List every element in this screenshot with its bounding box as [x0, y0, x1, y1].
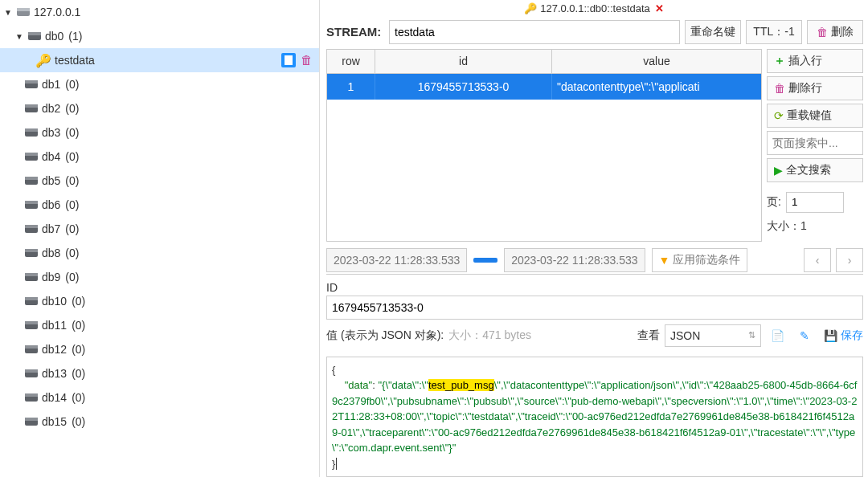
key-icon: 🔑: [35, 53, 51, 68]
svg-rect-29: [25, 369, 38, 373]
tab-title[interactable]: 127.0.0.1::db0::testdata: [540, 2, 650, 14]
tree-db[interactable]: db7(0): [0, 217, 319, 241]
svg-rect-3: [28, 32, 41, 35]
db-label: db15: [42, 415, 67, 428]
tree-db[interactable]: db1(0): [0, 72, 319, 96]
svg-rect-27: [25, 345, 38, 349]
tree-db0[interactable]: ▼ db0 (1): [0, 24, 319, 48]
database-icon: [24, 248, 39, 258]
svg-rect-17: [25, 225, 38, 228]
db-count: (0): [72, 415, 85, 428]
tree-db[interactable]: db6(0): [0, 193, 319, 217]
db0-count: (1): [68, 30, 82, 43]
chevron-down-icon[interactable]: ▼: [3, 8, 13, 17]
tree-db[interactable]: db8(0): [0, 241, 319, 265]
chevron-down-icon[interactable]: ▼: [14, 32, 24, 41]
table-row[interactable]: 1 1679455713533-0 "datacontenttype\":\"a…: [327, 74, 761, 100]
tree-db[interactable]: db15(0): [0, 410, 319, 434]
db-count: (0): [72, 391, 85, 404]
delete-key-button[interactable]: 🗑删除: [807, 20, 863, 44]
rename-button[interactable]: 重命名键: [685, 20, 741, 44]
page-search-input[interactable]: [767, 131, 863, 155]
db-label: db3: [42, 126, 60, 139]
filter-to[interactable]: 2023-03-22 11:28:33.533: [504, 248, 645, 272]
tree-db[interactable]: db2(0): [0, 96, 319, 120]
insert-row-button[interactable]: ＋插入行: [767, 49, 863, 73]
tree-db[interactable]: db14(0): [0, 385, 319, 410]
tree-db[interactable]: db11(0): [0, 313, 319, 337]
save-icon: 💾: [824, 329, 837, 342]
db-label: db1: [42, 78, 60, 91]
col-row[interactable]: row: [327, 50, 375, 73]
ttl-button[interactable]: TTL：-1: [746, 20, 802, 44]
db-count: (0): [65, 271, 79, 283]
id-input[interactable]: [326, 296, 863, 320]
delete-row-button[interactable]: 🗑删除行: [767, 76, 863, 100]
tree-db[interactable]: db13(0): [0, 361, 319, 385]
tree-db[interactable]: db12(0): [0, 337, 319, 361]
apply-filter-button[interactable]: ▼应用筛选条件: [652, 248, 748, 272]
tree-db[interactable]: db3(0): [0, 120, 319, 145]
fulltext-search-button[interactable]: ▶全文搜索: [767, 158, 863, 182]
funnel-icon: ▼: [659, 254, 670, 267]
json-viewer[interactable]: { "data": "{\"data\":\"test_pub_msg\",\"…: [326, 357, 863, 478]
database-icon: [24, 417, 39, 426]
database-icon: [24, 152, 39, 161]
stream-table: row id value 1 1679455713533-0 "datacont…: [326, 49, 762, 242]
cell-row: 1: [327, 74, 375, 100]
cell-value: "datacontenttype\":\"applicati: [552, 74, 761, 100]
svg-rect-9: [25, 128, 38, 132]
next-page-button[interactable]: ›: [836, 248, 863, 272]
close-icon[interactable]: ✕: [655, 2, 664, 14]
db-count: (0): [65, 102, 79, 115]
edit-value-button[interactable]: ✎: [793, 325, 816, 346]
col-value[interactable]: value: [552, 50, 761, 73]
tree-db[interactable]: db9(0): [0, 265, 319, 289]
key-name-input[interactable]: [389, 20, 680, 44]
page-number-input[interactable]: [786, 192, 844, 213]
db-count: (0): [72, 319, 85, 332]
db-label: db5: [42, 174, 60, 187]
select-arrows-icon: ⇅: [748, 330, 755, 340]
search-icon: ▶: [774, 164, 783, 177]
id-label: ID: [326, 281, 863, 294]
db-label: db8: [42, 247, 60, 259]
view-format-select[interactable]: JSON⇅: [665, 324, 761, 347]
reload-button[interactable]: ⟳重载键值: [767, 104, 863, 128]
tree-db[interactable]: db4(0): [0, 145, 319, 169]
db-label: db12: [42, 343, 67, 356]
database-icon: [24, 224, 39, 234]
db-count: (0): [65, 247, 79, 259]
cell-id: 1679455713533-0: [375, 74, 552, 100]
svg-rect-19: [25, 249, 38, 252]
tree-db[interactable]: db10(0): [0, 289, 319, 313]
tree-key-selected[interactable]: 🔑 testdata 🗑: [0, 48, 319, 72]
tree-root[interactable]: ▼ 127.0.0.1: [0, 0, 319, 24]
db-label: db2: [42, 102, 60, 115]
filter-from[interactable]: 2023-03-22 11:28:33.533: [326, 248, 467, 272]
svg-rect-5: [25, 80, 38, 84]
tree-db[interactable]: db5(0): [0, 169, 319, 193]
db-label: db4: [42, 150, 60, 163]
root-label: 127.0.0.1: [34, 6, 80, 18]
value-size: 大小：471 bytes: [448, 328, 531, 343]
view-label: 查看: [637, 328, 660, 343]
db-label: db11: [42, 319, 67, 332]
database-icon: [24, 320, 39, 330]
trash-icon: 🗑: [817, 26, 828, 39]
database-icon: [24, 104, 39, 113]
db-label: db7: [42, 222, 60, 235]
db-label: db10: [42, 295, 67, 308]
db-count: (0): [72, 367, 85, 380]
svg-rect-13: [25, 177, 38, 180]
copy-icon[interactable]: [281, 53, 296, 67]
db-count: (0): [65, 150, 79, 163]
db-label: db9: [42, 271, 60, 283]
copy-value-button[interactable]: 📄: [766, 325, 788, 346]
trash-icon[interactable]: 🗑: [301, 53, 313, 67]
save-button[interactable]: 💾保存: [824, 328, 863, 343]
db-count: (0): [72, 343, 85, 356]
prev-page-button[interactable]: ‹: [804, 248, 831, 272]
col-id[interactable]: id: [375, 50, 552, 73]
svg-rect-15: [25, 201, 38, 204]
